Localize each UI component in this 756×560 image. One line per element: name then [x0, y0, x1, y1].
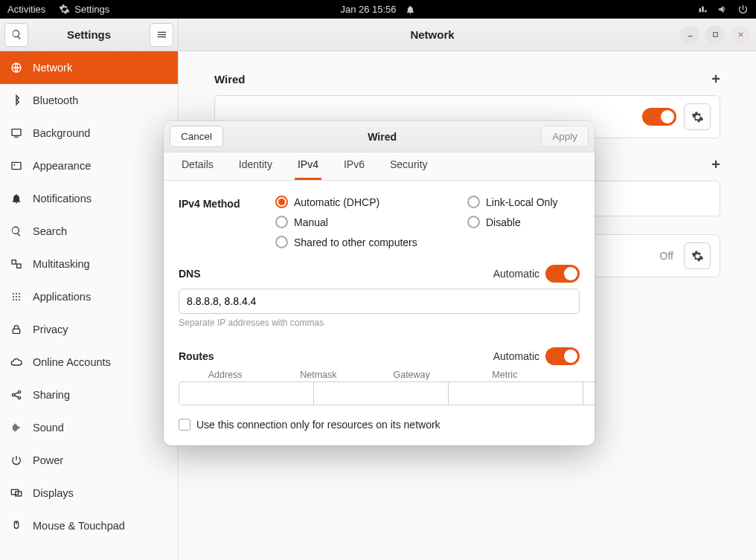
route-netmask-input[interactable] [314, 382, 449, 405]
volume-icon[interactable] [717, 4, 728, 15]
radio-link-local[interactable]: Link-Local Only [467, 196, 558, 208]
globe-icon [10, 62, 22, 74]
notification-bell-icon[interactable] [406, 4, 416, 15]
routes-automatic-label: Automatic [493, 350, 539, 362]
apps-icon [10, 291, 22, 303]
sidebar-title: Settings [33, 28, 145, 41]
dns-automatic-toggle[interactable] [545, 265, 580, 283]
sound-icon [10, 422, 22, 434]
use-connection-only-label: Use this connection only for resources o… [196, 419, 441, 431]
radio-dot-icon [467, 196, 480, 208]
sidebar-item-applications[interactable]: Applications› [0, 280, 178, 313]
route-gateway-input[interactable] [449, 382, 583, 405]
hamburger-button[interactable] [150, 23, 173, 47]
sidebar-item-notifications[interactable]: Notifications [0, 182, 178, 215]
header-bar: Settings Network [0, 19, 756, 51]
svg-rect-3 [12, 129, 21, 136]
svg-point-11 [13, 296, 14, 297]
svg-point-13 [19, 296, 20, 297]
wired-section-title: Wired+ [214, 71, 720, 88]
settings-app-icon [59, 4, 70, 15]
svg-rect-17 [13, 329, 19, 333]
bluetooth-icon [10, 94, 22, 106]
sidebar-item-network[interactable]: Network [0, 51, 178, 84]
page-title: Network [185, 28, 680, 41]
sidebar-item-displays[interactable]: Displays [0, 477, 178, 509]
route-metric-input[interactable] [583, 382, 595, 405]
tab-ipv6[interactable]: IPv6 [341, 158, 368, 180]
routes-automatic-toggle[interactable] [545, 347, 580, 365]
wired-settings-button[interactable] [684, 103, 711, 130]
multitask-icon [10, 258, 22, 270]
tab-ipv4[interactable]: IPv4 [295, 158, 321, 180]
share-icon [10, 389, 22, 401]
tab-security[interactable]: Security [387, 158, 431, 180]
mouse-icon [10, 520, 22, 532]
svg-rect-1 [713, 33, 717, 37]
svg-rect-0 [688, 36, 692, 36]
network-status-icon[interactable] [697, 4, 708, 15]
sidebar: Network Bluetooth Background Appearance … [0, 51, 179, 560]
minimize-icon [686, 30, 694, 39]
svg-point-9 [16, 293, 17, 295]
dns-automatic-label: Automatic [493, 268, 539, 280]
route-row [179, 382, 580, 405]
activities-button[interactable]: Activities [7, 4, 45, 15]
power-icon [10, 454, 22, 466]
connection-dialog: Cancel Wired Apply Details Identity IPv4… [164, 121, 595, 445]
radio-dot-icon [467, 216, 480, 228]
window-minimize-button[interactable] [680, 25, 699, 45]
radio-dot-icon [275, 216, 288, 228]
sidebar-item-power[interactable]: Power [0, 444, 178, 477]
use-connection-only-checkbox[interactable] [179, 419, 190, 431]
routes-label: Routes [179, 350, 214, 362]
sidebar-item-search[interactable]: Search [0, 215, 178, 248]
route-col-gateway: Gateway [365, 370, 458, 380]
proxy-settings-button[interactable] [684, 242, 711, 269]
radio-disable[interactable]: Disable [467, 216, 558, 228]
search-icon [11, 29, 22, 40]
dialog-header: Cancel Wired Apply [164, 121, 595, 152]
add-vpn-button[interactable]: + [711, 156, 720, 173]
sidebar-item-mouse-touchpad[interactable]: Mouse & Touchpad [0, 509, 178, 542]
top-bar: Activities Settings Jan 26 15:56 [0, 0, 756, 19]
svg-point-15 [16, 299, 17, 300]
wired-toggle[interactable] [642, 108, 676, 126]
route-address-input[interactable] [179, 382, 314, 405]
search-button[interactable] [4, 23, 28, 47]
clock[interactable]: Jan 26 15:56 [340, 4, 396, 15]
ipv4-method-label: IPv4 Method [179, 196, 275, 248]
radio-manual[interactable]: Manual [275, 216, 461, 228]
radio-dot-icon [275, 196, 288, 208]
radio-shared[interactable]: Shared to other computers [275, 236, 558, 248]
sidebar-item-appearance[interactable]: Appearance [0, 149, 178, 182]
sidebar-item-sharing[interactable]: Sharing [0, 379, 178, 411]
apply-button[interactable]: Apply [541, 126, 589, 147]
radio-automatic[interactable]: Automatic (DHCP) [275, 196, 461, 208]
sidebar-item-sound[interactable]: Sound [0, 411, 178, 444]
sidebar-item-background[interactable]: Background [0, 117, 178, 149]
tab-details[interactable]: Details [179, 158, 217, 180]
dialog-title: Wired [223, 131, 541, 143]
sidebar-item-online-accounts[interactable]: Online Accounts [0, 346, 178, 379]
sidebar-item-bluetooth[interactable]: Bluetooth [0, 84, 178, 117]
window-maximize-button[interactable] [705, 25, 725, 45]
displays-icon [10, 487, 22, 499]
close-icon [737, 30, 745, 39]
sidebar-item-privacy[interactable]: Privacy› [0, 313, 178, 346]
svg-point-12 [16, 296, 17, 297]
svg-point-10 [19, 293, 20, 295]
display-icon [10, 127, 22, 139]
dns-input[interactable] [179, 289, 580, 314]
app-menu[interactable]: Settings [59, 4, 109, 15]
power-menu-icon[interactable] [737, 4, 749, 15]
sidebar-item-multitasking[interactable]: Multitasking [0, 248, 178, 280]
window-close-button[interactable] [731, 25, 750, 45]
add-wired-button[interactable]: + [711, 71, 720, 88]
cloud-icon [10, 356, 22, 368]
lock-icon [10, 324, 22, 335]
radio-dot-icon [275, 236, 288, 248]
cancel-button[interactable]: Cancel [170, 126, 223, 147]
tab-identity[interactable]: Identity [236, 158, 275, 180]
svg-point-8 [13, 293, 14, 295]
